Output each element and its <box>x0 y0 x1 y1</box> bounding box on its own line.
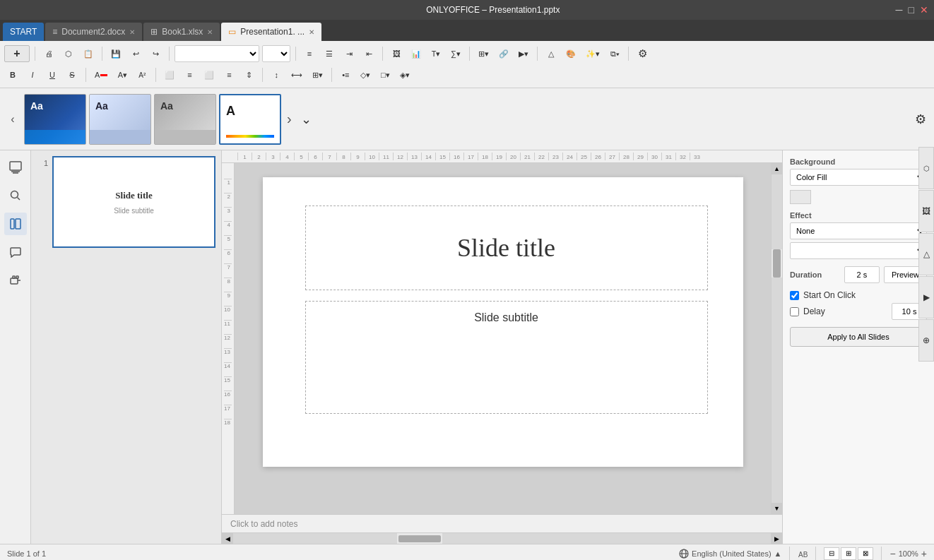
insert-chart-button[interactable]: 📊 <box>408 45 425 62</box>
theme-thumbnail-1[interactable]: Aa <box>24 94 86 145</box>
italic-button[interactable]: I <box>24 66 41 83</box>
shapes-button[interactable]: △ <box>543 45 560 62</box>
shape-fill-button[interactable]: ◇▾ <box>357 66 374 83</box>
panel-tab-image[interactable]: 🖼 <box>918 190 934 232</box>
undo-button[interactable]: ↩ <box>127 45 144 62</box>
sidebar-search-icon[interactable] <box>4 184 27 207</box>
theme-next-button[interactable]: › <box>284 108 295 130</box>
columns-button[interactable]: ⊞▾ <box>309 66 326 83</box>
scroll-up-button[interactable]: ▲ <box>772 163 782 174</box>
theme-thumbnail-4[interactable]: A <box>219 94 281 145</box>
notes-bar[interactable]: Click to add notes <box>222 514 782 532</box>
slide-thumb-1[interactable]: Slide title Slide subtitle <box>52 156 215 248</box>
char-spacing-button[interactable]: ⟷ <box>288 66 306 83</box>
insert-math-button[interactable]: ∑▾ <box>447 45 464 62</box>
table-button[interactable]: ⊞▾ <box>475 45 492 62</box>
align-center-button[interactable]: ≡ <box>181 66 198 83</box>
outdent-button[interactable]: ⇤ <box>360 45 377 62</box>
indent-button[interactable]: ⇥ <box>341 45 357 62</box>
rp-effect-select2[interactable] <box>790 242 927 259</box>
align-right-button[interactable]: ⬜ <box>201 66 218 83</box>
customize-theme-button[interactable]: ⚙ <box>911 111 930 128</box>
link-button[interactable]: 🔗 <box>495 45 512 62</box>
sidebar-slides-icon[interactable] <box>4 156 27 179</box>
view-normal-button[interactable]: ⊟ <box>824 547 839 560</box>
panel-tab-anim[interactable]: ▶ <box>918 276 934 318</box>
save-button[interactable]: 💾 <box>107 45 124 62</box>
slide-canvas-area[interactable]: Slide title Slide subtitle <box>235 163 771 514</box>
vertical-scrollbar[interactable]: ▲ ▼ <box>771 163 782 514</box>
underline-button[interactable]: U <box>44 66 61 83</box>
rp-starton-checkbox[interactable] <box>790 291 799 300</box>
scroll-left-button[interactable]: ◀ <box>222 533 233 544</box>
sidebar-panel-icon[interactable] <box>4 213 27 235</box>
zoom-in-button[interactable]: + <box>921 548 927 559</box>
tab-pptx[interactable]: ▭ Presentation1. ... ✕ <box>221 23 321 41</box>
bold-button[interactable]: B <box>4 66 21 83</box>
slide-title-textbox[interactable]: Slide title <box>305 205 708 290</box>
maximize-button[interactable]: □ <box>909 4 914 16</box>
zoom-out-button[interactable]: − <box>889 548 895 559</box>
sidebar-plugin-icon[interactable] <box>4 269 27 292</box>
font-size-select[interactable] <box>262 45 290 62</box>
scroll-right-button[interactable]: ▶ <box>771 533 782 544</box>
close-button[interactable]: ✕ <box>920 4 928 16</box>
bullet-list-button[interactable]: ≡ <box>301 45 318 62</box>
settings-button[interactable]: ⚙ <box>634 45 651 62</box>
horizontal-scrollbar[interactable]: ◀ ▶ <box>222 532 782 544</box>
tab-xlsx[interactable]: ⊞ Book1.xlsx ✕ <box>143 23 220 41</box>
bullet-format-button[interactable]: •≡ <box>337 66 354 83</box>
language-expand-icon[interactable]: ▲ <box>774 549 782 558</box>
panel-tab-more[interactable]: ⊕ <box>918 319 934 362</box>
align-justify-button[interactable]: ≡ <box>220 66 237 83</box>
theme-thumbnail-3[interactable]: Aa <box>154 94 216 145</box>
font-color-button[interactable]: A <box>91 66 111 83</box>
window-controls[interactable]: ─ □ ✕ <box>896 4 928 16</box>
arrange-button[interactable]: ⧉▾ <box>606 45 623 62</box>
rp-effect-select[interactable]: None <box>790 222 927 239</box>
effect-button[interactable]: ✨▾ <box>582 45 603 62</box>
rp-color-picker[interactable] <box>790 190 811 204</box>
insert-image-button[interactable]: 🖼 <box>388 45 405 62</box>
rp-duration-input[interactable] <box>844 266 880 283</box>
color-button[interactable]: 🎨 <box>562 45 579 62</box>
sidebar-comment-icon[interactable] <box>4 241 27 263</box>
print-button[interactable]: 🖨 <box>40 45 57 62</box>
paste-button[interactable]: 📋 <box>80 45 97 62</box>
number-list-button[interactable]: ☰ <box>321 45 338 62</box>
rp-delay-checkbox[interactable] <box>790 307 799 316</box>
tab-xlsx-close[interactable]: ✕ <box>207 28 213 36</box>
theme-expand-button[interactable]: ⌄ <box>297 111 315 128</box>
rp-background-select[interactable]: Color Fill <box>790 169 927 186</box>
panel-tab-shape[interactable]: △ <box>918 233 934 275</box>
superscript-button[interactable]: A² <box>134 66 150 83</box>
scroll-thumb-horizontal[interactable] <box>398 535 441 542</box>
shape-outline-button[interactable]: □▾ <box>377 66 394 83</box>
view-fit-button[interactable]: ⊠ <box>858 547 873 560</box>
minimize-button[interactable]: ─ <box>896 4 903 16</box>
view-grid-button[interactable]: ⊞ <box>841 547 856 560</box>
copy-style-button[interactable]: ⬡ <box>60 45 77 62</box>
font-name-select[interactable] <box>175 45 259 62</box>
panel-tab-bg[interactable]: ⬡ <box>918 150 934 189</box>
highlight-button[interactable]: A▾ <box>114 66 131 83</box>
tab-doc-close[interactable]: ✕ <box>129 28 135 36</box>
scroll-thumb-vertical[interactable] <box>773 249 781 278</box>
valign-button[interactable]: ⇕ <box>240 66 257 83</box>
theme-thumbnail-2[interactable]: Aa <box>89 94 151 145</box>
tab-start[interactable]: START <box>3 23 44 41</box>
scroll-down-button[interactable]: ▼ <box>772 503 782 514</box>
rp-apply-button[interactable]: Apply to All Slides <box>790 327 927 347</box>
media-button[interactable]: ▶▾ <box>515 45 532 62</box>
line-spacing-button[interactable]: ↕ <box>268 66 285 83</box>
redo-button[interactable]: ↪ <box>147 45 164 62</box>
tab-document[interactable]: ≡ Document2.docx ✕ <box>45 23 142 41</box>
shape-effect-button[interactable]: ◈▾ <box>396 66 413 83</box>
tab-pptx-close[interactable]: ✕ <box>309 28 314 36</box>
strikethrough-button[interactable]: S <box>64 66 81 83</box>
new-slide-button[interactable]: + <box>4 45 30 62</box>
theme-prev-button[interactable]: ‹ <box>4 111 21 128</box>
align-left-button[interactable]: ⬜ <box>161 66 178 83</box>
slide-subtitle-textbox[interactable]: Slide subtitle <box>305 301 708 414</box>
insert-text-button[interactable]: T▾ <box>427 45 444 62</box>
